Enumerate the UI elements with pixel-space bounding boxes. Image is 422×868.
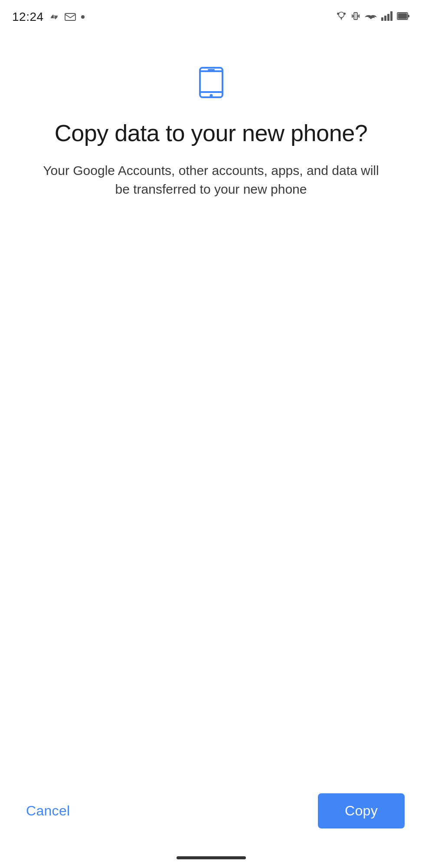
notification-dot: [81, 15, 85, 19]
svg-point-21: [209, 94, 213, 97]
svg-rect-22: [208, 69, 215, 70]
battery-icon: [397, 11, 410, 23]
svg-rect-5: [352, 14, 353, 18]
svg-rect-9: [381, 17, 383, 21]
svg-point-2: [343, 13, 346, 15]
vibrate-icon: [351, 11, 360, 23]
cancel-button[interactable]: Cancel: [17, 795, 79, 827]
svg-rect-18: [200, 71, 222, 92]
svg-rect-10: [384, 16, 386, 21]
home-indicator-bar: [177, 856, 246, 859]
svg-rect-12: [390, 11, 393, 21]
svg-rect-15: [398, 13, 407, 19]
phone-icon-container: [194, 65, 229, 102]
copy-button[interactable]: Copy: [318, 793, 405, 828]
phone-icon: [194, 94, 229, 101]
home-indicator: [0, 850, 422, 868]
page-subtitle: Your Google Accounts, other accounts, ap…: [42, 161, 380, 199]
svg-rect-14: [408, 15, 409, 17]
status-bar-right: [336, 11, 410, 23]
svg-rect-7: [353, 15, 354, 17]
alarm-icon: [336, 11, 347, 23]
status-bar-left: 12:24: [12, 10, 85, 24]
bottom-actions: Cancel Copy: [0, 780, 422, 850]
signal-icon: [381, 11, 393, 23]
svg-rect-4: [355, 13, 357, 19]
svg-rect-8: [358, 15, 359, 17]
main-content: Copy data to your new phone? Your Google…: [0, 30, 422, 780]
page-title: Copy data to your new phone?: [55, 119, 368, 147]
status-bar: 12:24: [0, 0, 422, 30]
svg-point-1: [337, 13, 339, 15]
wifi-icon: [365, 11, 377, 23]
svg-rect-6: [359, 14, 360, 18]
svg-rect-11: [387, 14, 389, 21]
arrows-icon: [49, 13, 59, 21]
gmail-icon: [65, 13, 76, 21]
status-time: 12:24: [12, 10, 44, 24]
svg-rect-17: [200, 71, 222, 92]
svg-rect-0: [65, 13, 75, 20]
